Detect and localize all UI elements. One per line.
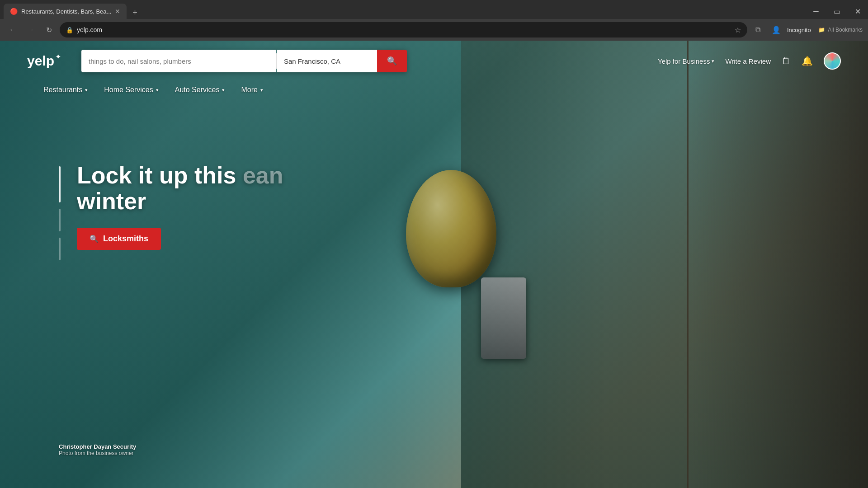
chevron-home-services-icon: ▾ <box>156 87 159 93</box>
window-close-button[interactable]: ✕ <box>847 4 868 19</box>
address-bar-url: yelp.com <box>77 26 102 33</box>
browser-toolbar: ← → ↻ 🔒 yelp.com ☆ ⧉ 👤 Incognito 📁 All B… <box>0 19 868 41</box>
nav-right: Yelp for Business ▾ Write a Review 🗒 🔔 <box>658 52 841 70</box>
category-home-services[interactable]: Home Services ▾ <box>97 81 165 99</box>
chevron-down-icon: ▾ <box>712 58 714 64</box>
hero-content: Lock it up this ean winter 🔍 Locksmiths <box>59 163 283 264</box>
yelp-header: yelp ✦ 🔍 Yelp for Business ▾ <box>0 41 868 99</box>
reload-button[interactable]: ↻ <box>42 23 56 37</box>
category-nav: Restaurants ▾ Home Services ▾ Auto Servi… <box>0 81 868 99</box>
hero-headline-line2: winter <box>77 188 283 214</box>
search-what-input[interactable] <box>81 50 276 72</box>
tab-favicon: 🔴 <box>10 8 18 15</box>
slider-dot-1[interactable] <box>59 166 61 202</box>
notifications-icon[interactable]: 🔔 <box>802 56 813 66</box>
photo-credit-desc: Photo from the business owner <box>59 450 136 456</box>
chevron-more-icon: ▾ <box>260 87 263 93</box>
yelp-for-business-link[interactable]: Yelp for Business ▾ <box>658 57 714 65</box>
tab-title: Restaurants, Dentists, Bars, Bea... <box>21 8 111 15</box>
yelp-logo[interactable]: yelp ✦ <box>27 51 63 71</box>
search-icon: 🔍 <box>387 56 397 66</box>
category-restaurants[interactable]: Restaurants ▾ <box>36 81 95 99</box>
main-nav: yelp ✦ 🔍 Yelp for Business ▾ <box>0 41 868 81</box>
slider-dot-2[interactable] <box>59 209 61 231</box>
yelp-page: yelp ✦ 🔍 Yelp for Business ▾ <box>0 41 868 488</box>
search-where-input[interactable] <box>277 50 377 72</box>
category-auto-services[interactable]: Auto Services ▾ <box>168 81 232 99</box>
address-bar-lock-icon: 🔒 <box>66 27 73 33</box>
search-submit-button[interactable]: 🔍 <box>377 50 407 72</box>
messages-icon[interactable]: 🗒 <box>782 56 791 66</box>
window-maximize-button[interactable]: ▭ <box>826 4 847 19</box>
hero-headline-main-text: Lock it up this <box>77 162 236 188</box>
yelp-logo-svg: yelp ✦ <box>27 51 63 69</box>
svg-text:yelp: yelp <box>27 53 54 68</box>
back-button[interactable]: ← <box>5 23 20 37</box>
search-cta-icon: 🔍 <box>90 235 99 243</box>
browser-window: 🔴 Restaurants, Dentists, Bars, Bea... ✕ … <box>0 0 868 41</box>
tab-close-icon[interactable]: ✕ <box>115 8 120 15</box>
incognito-label: Incognito <box>787 27 811 33</box>
user-avatar[interactable] <box>824 52 841 70</box>
locksmiths-cta-button[interactable]: 🔍 Locksmiths <box>77 228 161 250</box>
hero-headline-faded-text: ean <box>236 162 283 188</box>
hero-overlay <box>0 41 868 488</box>
category-restaurants-label: Restaurants <box>43 86 82 94</box>
star-icon[interactable]: ☆ <box>735 26 741 34</box>
new-tab-button[interactable]: + <box>128 6 141 19</box>
category-more[interactable]: More ▾ <box>234 81 270 99</box>
locksmiths-cta-label: Locksmiths <box>103 234 148 244</box>
category-more-label: More <box>241 86 257 94</box>
window-minimize-button[interactable]: ─ <box>806 4 826 19</box>
forward-button[interactable]: → <box>24 23 38 37</box>
svg-text:✦: ✦ <box>55 53 61 61</box>
search-bar: 🔍 <box>81 50 407 72</box>
chevron-restaurants-icon: ▾ <box>85 87 88 93</box>
tab-bar: 🔴 Restaurants, Dentists, Bars, Bea... ✕ … <box>0 0 868 19</box>
hero-headline: Lock it up this ean winter <box>77 163 283 214</box>
browser-profile-button[interactable]: 👤 <box>769 23 783 37</box>
address-bar[interactable]: 🔒 yelp.com ☆ <box>60 22 747 38</box>
photo-credit: Christopher Dayan Security Photo from th… <box>59 443 136 456</box>
category-auto-services-label: Auto Services <box>175 86 220 94</box>
hero-text: Lock it up this ean winter 🔍 Locksmiths <box>77 163 283 264</box>
write-review-label: Write a Review <box>725 57 771 65</box>
category-home-services-label: Home Services <box>104 86 153 94</box>
slider-indicators <box>59 163 61 264</box>
chevron-auto-services-icon: ▾ <box>222 87 225 93</box>
browser-tab[interactable]: 🔴 Restaurants, Dentists, Bars, Bea... ✕ <box>4 4 127 19</box>
bookmarks-icon: 📁 <box>818 27 825 33</box>
bookmarks-label[interactable]: 📁 All Bookmarks <box>818 27 863 33</box>
extensions-button[interactable]: ⧉ <box>751 23 765 37</box>
slider-dot-3[interactable] <box>59 238 61 260</box>
yelp-for-business-label: Yelp for Business <box>658 57 710 65</box>
photo-credit-name: Christopher Dayan Security <box>59 443 136 450</box>
write-review-link[interactable]: Write a Review <box>725 57 771 65</box>
hero-headline-line1: Lock it up this ean <box>77 163 283 188</box>
